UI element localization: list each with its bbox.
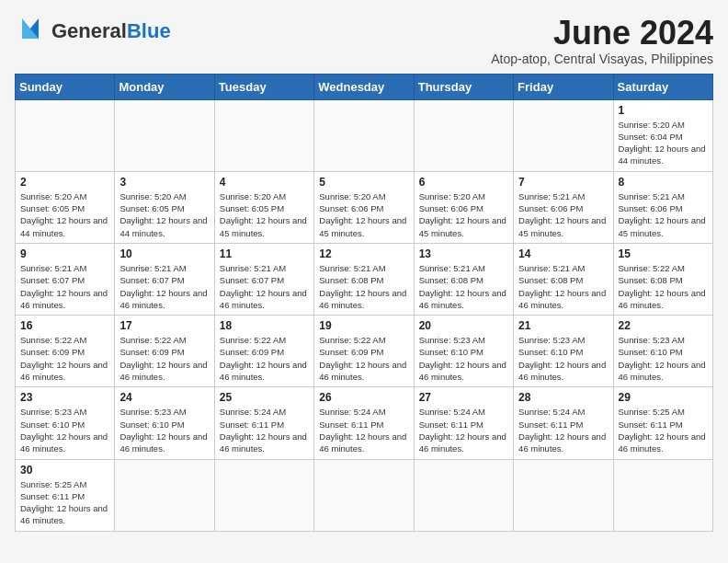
day-number: 20	[419, 319, 508, 332]
day-info: Sunrise: 5:23 AMSunset: 6:10 PMDaylight:…	[518, 334, 608, 383]
day-cell: 29Sunrise: 5:25 AMSunset: 6:11 PMDayligh…	[613, 387, 712, 459]
day-cell	[414, 99, 513, 171]
day-cell: 7Sunrise: 5:21 AMSunset: 6:06 PMDaylight…	[514, 171, 613, 243]
day-cell: 6Sunrise: 5:20 AMSunset: 6:06 PMDaylight…	[414, 171, 513, 243]
logo-text: GeneralBlue	[51, 19, 171, 42]
day-info: Sunrise: 5:24 AMSunset: 6:11 PMDaylight:…	[220, 406, 309, 454]
day-cell: 24Sunrise: 5:23 AMSunset: 6:10 PMDayligh…	[115, 387, 214, 459]
day-number: 24	[119, 391, 209, 404]
logo: GeneralBlue	[15, 15, 171, 48]
day-number: 30	[20, 464, 109, 477]
day-number: 21	[518, 319, 608, 332]
day-cell: 10Sunrise: 5:21 AMSunset: 6:07 PMDayligh…	[115, 243, 214, 315]
header-day-monday: Monday	[115, 74, 214, 99]
day-cell: 13Sunrise: 5:21 AMSunset: 6:08 PMDayligh…	[414, 243, 513, 315]
week-row-5: 23Sunrise: 5:23 AMSunset: 6:10 PMDayligh…	[16, 387, 713, 459]
day-cell	[314, 459, 414, 531]
calendar-table: SundayMondayTuesdayWednesdayThursdayFrid…	[15, 74, 713, 532]
day-number: 3	[119, 176, 209, 189]
day-cell	[214, 99, 313, 171]
header-row: SundayMondayTuesdayWednesdayThursdayFrid…	[16, 74, 713, 99]
day-info: Sunrise: 5:21 AMSunset: 6:08 PMDaylight:…	[419, 262, 508, 311]
day-cell: 17Sunrise: 5:22 AMSunset: 6:09 PMDayligh…	[115, 316, 214, 387]
day-cell	[115, 99, 214, 171]
header: GeneralBlue June 2024 Atop-atop, Central…	[15, 15, 713, 66]
day-cell: 20Sunrise: 5:23 AMSunset: 6:10 PMDayligh…	[414, 316, 513, 387]
day-number: 19	[319, 319, 408, 332]
day-number: 25	[220, 391, 309, 404]
day-number: 28	[518, 391, 608, 404]
week-row-4: 16Sunrise: 5:22 AMSunset: 6:09 PMDayligh…	[16, 316, 713, 387]
day-number: 14	[518, 247, 608, 260]
day-number: 4	[220, 176, 309, 189]
day-cell: 12Sunrise: 5:21 AMSunset: 6:08 PMDayligh…	[314, 243, 414, 315]
week-row-3: 9Sunrise: 5:21 AMSunset: 6:07 PMDaylight…	[16, 243, 713, 315]
day-cell: 22Sunrise: 5:23 AMSunset: 6:10 PMDayligh…	[613, 316, 712, 387]
subtitle: Atop-atop, Central Visayas, Philippines	[491, 52, 713, 66]
day-info: Sunrise: 5:22 AMSunset: 6:09 PMDaylight:…	[220, 334, 309, 383]
day-info: Sunrise: 5:25 AMSunset: 6:11 PMDaylight:…	[619, 406, 708, 454]
day-info: Sunrise: 5:20 AMSunset: 6:04 PMDaylight:…	[619, 119, 708, 167]
week-row-6: 30Sunrise: 5:25 AMSunset: 6:11 PMDayligh…	[16, 459, 713, 531]
day-number: 11	[220, 247, 309, 260]
day-cell: 1Sunrise: 5:20 AMSunset: 6:04 PMDaylight…	[613, 99, 712, 171]
day-number: 26	[319, 391, 408, 404]
day-cell	[514, 99, 613, 171]
day-number: 13	[419, 247, 508, 260]
day-cell	[16, 99, 115, 171]
day-number: 5	[319, 176, 408, 189]
day-cell: 16Sunrise: 5:22 AMSunset: 6:09 PMDayligh…	[16, 316, 115, 387]
day-number: 7	[518, 176, 608, 189]
day-number: 29	[619, 391, 708, 404]
day-info: Sunrise: 5:21 AMSunset: 6:08 PMDaylight:…	[518, 262, 608, 311]
header-day-saturday: Saturday	[613, 74, 712, 99]
day-info: Sunrise: 5:20 AMSunset: 6:05 PMDaylight:…	[220, 190, 309, 239]
day-number: 17	[119, 319, 209, 332]
day-cell: 15Sunrise: 5:22 AMSunset: 6:08 PMDayligh…	[613, 243, 712, 315]
day-info: Sunrise: 5:21 AMSunset: 6:07 PMDaylight:…	[119, 262, 209, 311]
day-cell: 5Sunrise: 5:20 AMSunset: 6:06 PMDaylight…	[314, 171, 414, 243]
day-cell: 25Sunrise: 5:24 AMSunset: 6:11 PMDayligh…	[214, 387, 313, 459]
header-day-thursday: Thursday	[414, 74, 513, 99]
day-info: Sunrise: 5:22 AMSunset: 6:09 PMDaylight:…	[20, 334, 109, 383]
day-cell: 28Sunrise: 5:24 AMSunset: 6:11 PMDayligh…	[514, 387, 613, 459]
day-cell: 9Sunrise: 5:21 AMSunset: 6:07 PMDaylight…	[16, 243, 115, 315]
day-cell: 8Sunrise: 5:21 AMSunset: 6:06 PMDaylight…	[613, 171, 712, 243]
day-cell: 19Sunrise: 5:22 AMSunset: 6:09 PMDayligh…	[314, 316, 414, 387]
day-number: 9	[20, 247, 109, 260]
day-cell	[613, 459, 712, 531]
day-number: 10	[119, 247, 209, 260]
day-cell	[214, 459, 313, 531]
header-day-tuesday: Tuesday	[214, 74, 313, 99]
day-number: 2	[20, 176, 109, 189]
day-info: Sunrise: 5:20 AMSunset: 6:05 PMDaylight:…	[20, 190, 109, 239]
day-number: 18	[220, 319, 309, 332]
day-info: Sunrise: 5:22 AMSunset: 6:09 PMDaylight:…	[319, 334, 408, 383]
day-info: Sunrise: 5:21 AMSunset: 6:07 PMDaylight:…	[20, 262, 109, 311]
header-day-wednesday: Wednesday	[314, 74, 414, 99]
day-cell	[514, 459, 613, 531]
day-cell: 18Sunrise: 5:22 AMSunset: 6:09 PMDayligh…	[214, 316, 313, 387]
day-info: Sunrise: 5:21 AMSunset: 6:06 PMDaylight:…	[518, 190, 608, 239]
day-info: Sunrise: 5:22 AMSunset: 6:08 PMDaylight:…	[619, 262, 708, 311]
day-number: 12	[319, 247, 408, 260]
day-number: 6	[419, 176, 508, 189]
day-info: Sunrise: 5:23 AMSunset: 6:10 PMDaylight:…	[419, 334, 508, 383]
day-number: 22	[619, 319, 708, 332]
day-cell: 30Sunrise: 5:25 AMSunset: 6:11 PMDayligh…	[16, 459, 115, 531]
day-info: Sunrise: 5:21 AMSunset: 6:08 PMDaylight:…	[319, 262, 408, 311]
day-info: Sunrise: 5:23 AMSunset: 6:10 PMDaylight:…	[619, 334, 708, 383]
day-info: Sunrise: 5:20 AMSunset: 6:06 PMDaylight:…	[419, 190, 508, 239]
title-area: June 2024 Atop-atop, Central Visayas, Ph…	[491, 15, 713, 66]
day-info: Sunrise: 5:22 AMSunset: 6:09 PMDaylight:…	[119, 334, 209, 383]
header-day-friday: Friday	[514, 74, 613, 99]
day-cell	[115, 459, 214, 531]
day-number: 15	[619, 247, 708, 260]
day-cell: 4Sunrise: 5:20 AMSunset: 6:05 PMDaylight…	[214, 171, 313, 243]
day-info: Sunrise: 5:20 AMSunset: 6:06 PMDaylight:…	[319, 190, 408, 239]
day-number: 23	[20, 391, 109, 404]
day-info: Sunrise: 5:21 AMSunset: 6:07 PMDaylight:…	[220, 262, 309, 311]
week-row-1: 1Sunrise: 5:20 AMSunset: 6:04 PMDaylight…	[16, 99, 713, 171]
day-cell: 14Sunrise: 5:21 AMSunset: 6:08 PMDayligh…	[514, 243, 613, 315]
month-title: June 2024	[491, 15, 713, 52]
